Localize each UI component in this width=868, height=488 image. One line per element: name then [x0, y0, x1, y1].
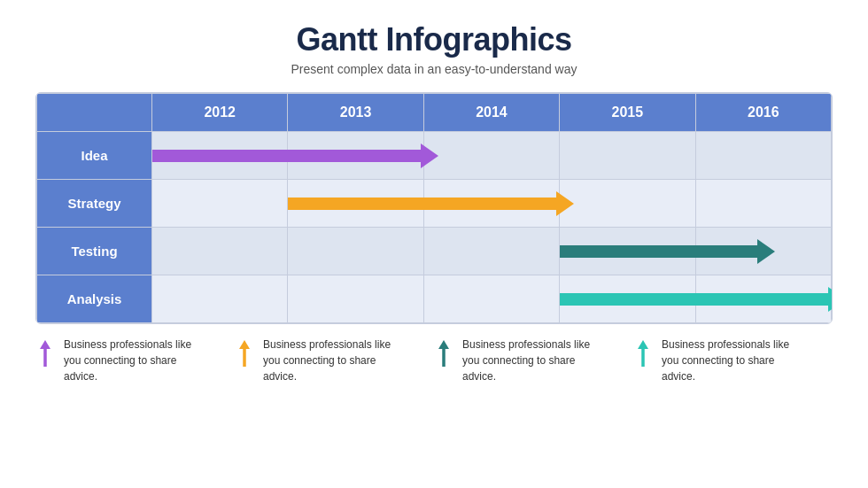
legend-item-3: Business professionals like you connecti… [434, 337, 633, 384]
svg-marker-1 [40, 340, 50, 349]
legend-text-4: Business professionals like you connecti… [662, 337, 803, 384]
data-cell-analysis-2014 [423, 275, 559, 323]
row-label-analysis: Analysis [37, 275, 152, 323]
data-cell-strategy-2016 [695, 180, 831, 228]
data-cell-testing-2014 [423, 228, 559, 275]
legend-text-3: Business professionals like you connecti… [462, 337, 604, 384]
header-row: 2012 2013 2014 2015 2016 [37, 94, 832, 132]
legend-arrow-1 [35, 338, 55, 370]
gantt-row-testing: Testing [37, 228, 832, 275]
legend-arrow-2 [235, 338, 254, 370]
data-cell-idea-2014 [423, 132, 559, 180]
legend-text-2: Business professionals like you connecti… [263, 337, 405, 384]
svg-marker-7 [638, 340, 648, 349]
row-label-strategy: Strategy [37, 180, 152, 228]
header-label-col [37, 94, 152, 132]
data-cell-analysis-2016 [695, 275, 831, 323]
legend-item-4: Business professionals like you connecti… [633, 337, 833, 384]
data-cell-strategy-2013 [288, 180, 423, 228]
gantt-chart: 2012 2013 2014 2015 2016 Idea [35, 92, 833, 324]
page: Gantt Infographics Present complex data … [0, 0, 868, 488]
gantt-row-idea: Idea [37, 132, 832, 180]
data-cell-testing-2015 [560, 228, 695, 275]
legend-arrow-3 [434, 338, 453, 370]
data-cell-strategy-2015 [560, 180, 695, 228]
page-subtitle: Present complex data in an easy-to-under… [291, 62, 577, 76]
data-cell-idea-2012 [152, 132, 288, 180]
legend: Business professionals like you connecti… [35, 337, 833, 384]
header-year-2016: 2016 [695, 94, 831, 132]
gantt-table: 2012 2013 2014 2015 2016 Idea [36, 93, 832, 323]
data-cell-strategy-2014 [423, 180, 559, 228]
data-cell-idea-2015 [560, 132, 695, 180]
gantt-row-analysis: Analysis [37, 275, 832, 323]
data-cell-analysis-2015 [560, 275, 695, 323]
legend-arrow-4 [633, 338, 653, 370]
data-cell-strategy-2012 [152, 180, 288, 228]
data-cell-testing-2012 [152, 228, 288, 275]
data-cell-testing-2016 [695, 228, 831, 275]
header-year-2013: 2013 [288, 94, 423, 132]
svg-marker-5 [438, 340, 449, 349]
row-label-testing: Testing [37, 228, 152, 275]
gantt-row-strategy: Strategy [37, 180, 832, 228]
header-year-2014: 2014 [423, 94, 559, 132]
legend-text-1: Business professionals like you connecti… [64, 337, 205, 384]
header-year-2012: 2012 [152, 94, 288, 132]
legend-item-1: Business professionals like you connecti… [35, 337, 235, 384]
header-year-2015: 2015 [560, 94, 695, 132]
legend-item-2: Business professionals like you connecti… [235, 337, 434, 384]
data-cell-testing-2013 [288, 228, 423, 275]
data-cell-idea-2013 [288, 132, 423, 180]
data-cell-analysis-2012 [152, 275, 288, 323]
data-cell-idea-2016 [695, 132, 831, 180]
row-label-idea: Idea [37, 132, 152, 180]
data-cell-analysis-2013 [288, 275, 423, 323]
page-title: Gantt Infographics [296, 21, 571, 58]
svg-marker-3 [239, 340, 250, 349]
